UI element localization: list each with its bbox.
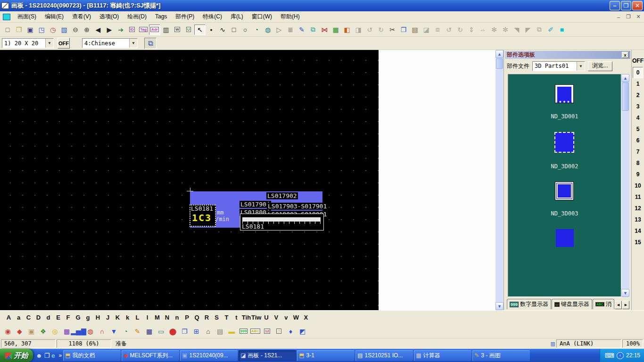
save-icon[interactable]: ▣ <box>25 25 36 35</box>
parts-category-tab[interactable]: 999 数字显示器 <box>507 299 551 309</box>
unit-text[interactable]: /min <box>215 216 229 222</box>
push-button-square-icon[interactable]: ▣ <box>25 326 37 337</box>
language-select[interactable]: 4:Chinese ▼ <box>82 38 138 48</box>
part-thumbnail[interactable] <box>555 85 573 103</box>
numeric-display-icon[interactable]: 999 <box>238 326 249 337</box>
state-number-button[interactable]: 2 <box>633 90 643 101</box>
ie-icon[interactable]: e <box>51 352 55 359</box>
unit-text[interactable]: mm <box>217 209 223 216</box>
close-button[interactable]: ✕ <box>632 1 643 10</box>
align-icon[interactable]: ⧈ <box>432 25 443 35</box>
state-number-button[interactable]: 12 <box>633 203 643 214</box>
screen-jump-icon[interactable]: ⧉ <box>144 38 157 49</box>
copy-docs-icon[interactable]: ❐ <box>179 326 190 337</box>
child-window-icon[interactable] <box>3 14 10 20</box>
scroll-down-icon[interactable]: ▼ <box>495 302 504 310</box>
part-item[interactable] <box>556 229 574 264</box>
tab-scroll-right-icon[interactable]: ▶ <box>622 301 629 309</box>
push-button-diamond-icon[interactable]: ◆ <box>14 326 25 337</box>
quick-launch-chevron-icon[interactable]: » <box>58 352 63 359</box>
attribute-letter-button[interactable]: W <box>291 312 301 323</box>
menu-item[interactable]: 库(L) <box>226 12 248 21</box>
exit-editor-icon[interactable]: ➔ <box>115 25 126 35</box>
taskbar-button[interactable]: ✎ 3 - 画图 <box>472 350 530 361</box>
lamp-object-label[interactable]: LS01790( <box>239 201 271 208</box>
attribute-letter-button[interactable]: S <box>212 312 222 323</box>
chevron-down-icon[interactable]: ▼ <box>45 39 53 48</box>
tag-display-icon[interactable]: Tag <box>138 25 149 35</box>
skew-right-icon[interactable]: ◤ <box>522 25 534 35</box>
lamp-object-label[interactable]: LS017903-S017901 <box>267 203 328 210</box>
state-number-button[interactable]: 9 <box>633 169 643 180</box>
ascii-display-icon[interactable]: ABC <box>249 326 261 337</box>
open-folder-icon[interactable]: ❒ <box>13 25 25 35</box>
eraser-icon[interactable]: ◪ <box>421 25 432 35</box>
menu-item[interactable]: Tags <box>151 12 171 21</box>
attribute-letter-button[interactable]: Tih <box>241 312 251 323</box>
taskbar-button[interactable]: ⬒ 3-1 <box>297 350 355 361</box>
chevron-down-icon[interactable]: ▼ <box>577 62 585 71</box>
parts-panel-titlebar[interactable]: 部件选项板 x <box>505 51 630 59</box>
panel-close-icon[interactable]: x <box>622 52 628 58</box>
menu-item[interactable]: 绘画(D) <box>123 12 151 21</box>
u-display-icon[interactable]: U <box>183 25 194 35</box>
donut-chart-icon[interactable]: ◍ <box>84 326 96 337</box>
state-number-button[interactable]: 14 <box>633 225 643 237</box>
date-display-icon[interactable]: 12 <box>261 326 273 337</box>
bar-graph-icon[interactable]: ▂▅▇ <box>73 326 84 337</box>
attribute-letter-button[interactable]: P <box>182 312 192 323</box>
attribute-letter-button[interactable]: U <box>261 312 271 323</box>
paste-icon[interactable]: ▤ <box>409 25 421 35</box>
attribute-letter-button[interactable]: Q <box>192 312 202 323</box>
screen-in-screen-icon[interactable]: ⧉ <box>307 25 319 35</box>
new-file-icon[interactable]: □ <box>2 25 13 35</box>
pen-tool-icon[interactable]: ✎ <box>296 25 307 35</box>
prev-screen-icon[interactable]: ◀ <box>92 25 104 35</box>
attribute-letter-button[interactable]: n <box>172 312 182 323</box>
pie-tool-icon[interactable]: ◔ <box>251 25 262 35</box>
box-3d-gray-icon[interactable]: ◨ <box>353 25 364 35</box>
gauge-meter-icon[interactable]: ◔ <box>120 326 132 337</box>
attribute-letter-button[interactable]: K <box>113 312 123 323</box>
taskbar-button[interactable]: ▤ 1S210251 IO... <box>355 350 413 361</box>
canvas-vertical-scrollbar[interactable]: ▲ ▼ <box>495 50 504 310</box>
test-pen-icon[interactable]: ✐ <box>545 25 556 35</box>
rotate-ccw-icon[interactable]: ↺ <box>443 25 454 35</box>
attribute-letter-button[interactable]: a <box>14 312 24 323</box>
adr-display-icon[interactable]: Adr <box>149 25 160 35</box>
part-item[interactable]: ND_3D002 <box>551 132 578 170</box>
scroll-up-icon[interactable]: ▲ <box>495 50 504 58</box>
mdi-restore-button[interactable]: ❐ <box>624 13 633 21</box>
attribute-letter-button[interactable]: Tiw <box>251 312 261 323</box>
state-number-button[interactable]: 15 <box>633 237 643 248</box>
fill-tool-icon[interactable]: ◍ <box>262 25 273 35</box>
part-item[interactable]: ND_3D003 <box>551 182 578 217</box>
shrink-icon[interactable]: ✻ <box>488 25 500 35</box>
menu-item[interactable]: 编辑(E) <box>41 12 68 21</box>
menu-item[interactable]: 部件(P) <box>171 12 198 21</box>
ruler-pen-icon[interactable]: ✎ <box>132 326 143 337</box>
attribute-letter-button[interactable]: F <box>63 312 73 323</box>
menu-item[interactable]: 窗口(W) <box>248 12 276 21</box>
drawing-canvas[interactable]: LS017902 LS01790( LS017903-S017901 LS018… <box>0 50 379 310</box>
taskbar-button[interactable]: ◆ MELSOFT系列... <box>122 350 179 361</box>
attribute-letter-button[interactable]: d <box>43 312 53 323</box>
attribute-letter-button[interactable]: M <box>152 312 162 323</box>
attribute-letter-button[interactable]: R <box>202 312 212 323</box>
minimize-button[interactable]: – <box>610 1 620 10</box>
part-item[interactable]: ND_3D001 <box>551 85 578 120</box>
state-number-button[interactable]: 5 <box>633 123 643 135</box>
clock-display-icon[interactable]: ◷ <box>273 326 285 337</box>
panel-display-icon[interactable]: ▭ <box>155 326 167 337</box>
state-number-button[interactable]: 8 <box>633 157 643 169</box>
menu-item[interactable]: 帮助(H) <box>276 12 304 21</box>
w-display-icon[interactable]: W <box>172 25 183 35</box>
alarm-clock-icon[interactable]: ◷ <box>47 25 58 35</box>
lamp-object-label[interactable]: LS017902 <box>266 192 298 199</box>
select-cursor-icon[interactable]: ↖ <box>194 25 206 35</box>
group-icon[interactable]: ⧉ <box>534 25 545 35</box>
expand-icon[interactable]: ✼ <box>500 25 511 35</box>
image-preview-icon[interactable]: ▧ <box>58 25 70 35</box>
part-thumbnail[interactable] <box>554 132 574 153</box>
messenger-icon[interactable]: ☻ <box>36 352 42 359</box>
